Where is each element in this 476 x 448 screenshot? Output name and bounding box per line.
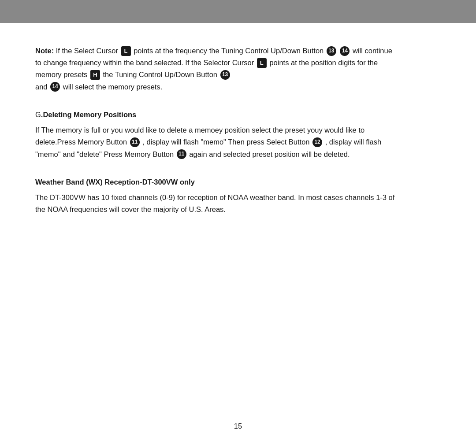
note-text7: will select the memory presets. bbox=[61, 83, 162, 91]
weather-section: Weather Band (WX) Reception-DT-300VW onl… bbox=[35, 176, 397, 216]
weather-heading: Weather Band (WX) Reception-DT-300VW onl… bbox=[35, 176, 397, 188]
deleting-text2: , display will flash "memo" Then press S… bbox=[141, 138, 312, 146]
icon-12-select: 12 bbox=[312, 137, 322, 147]
weather-paragraph: The DT-300VW has 10 fixed channels (0-9)… bbox=[35, 192, 397, 215]
note-text6: and bbox=[35, 83, 49, 91]
note-text1: If the Select Cursor bbox=[54, 47, 120, 55]
note-paragraph: Note: If the Select Cursor L points at t… bbox=[35, 45, 397, 93]
deleting-section: G.Deleting Memory Positions If The memor… bbox=[35, 109, 397, 160]
deleting-text4: again and selected preset position will … bbox=[187, 150, 350, 158]
page-content: Note: If the Select Cursor L points at t… bbox=[0, 23, 432, 258]
icon-13b-tuning: 13 bbox=[220, 70, 230, 80]
deleting-heading-text: .Deleting Memory Positions bbox=[41, 111, 136, 118]
deleting-prefix: G bbox=[35, 111, 41, 118]
deleting-paragraph: If The memory is full or you would like … bbox=[35, 124, 397, 160]
page-number: 15 bbox=[0, 422, 476, 430]
icon-L-selector: L bbox=[121, 46, 131, 56]
icon-L-selector2: L bbox=[257, 58, 267, 68]
note-text2: points at the frequency the Tuning Contr… bbox=[132, 47, 326, 55]
icon-14b-tuning: 14 bbox=[50, 82, 60, 92]
note-label: Note: bbox=[35, 47, 54, 55]
note-text5: the Tuning Control Up/Down Button bbox=[101, 70, 219, 78]
icon-13-tuning: 13 bbox=[327, 46, 336, 56]
icon-11b-memory: 11 bbox=[177, 149, 186, 159]
icon-H-memory: H bbox=[90, 70, 100, 80]
icon-14-tuning: 14 bbox=[340, 46, 350, 56]
weather-heading-text: Weather Band (WX) Reception-DT-300VW onl… bbox=[35, 178, 195, 186]
deleting-heading: G.Deleting Memory Positions bbox=[35, 109, 397, 121]
icon-11a-memory: 11 bbox=[130, 137, 140, 147]
top-bar bbox=[0, 0, 476, 23]
note-section: Note: If the Select Cursor L points at t… bbox=[35, 45, 397, 93]
